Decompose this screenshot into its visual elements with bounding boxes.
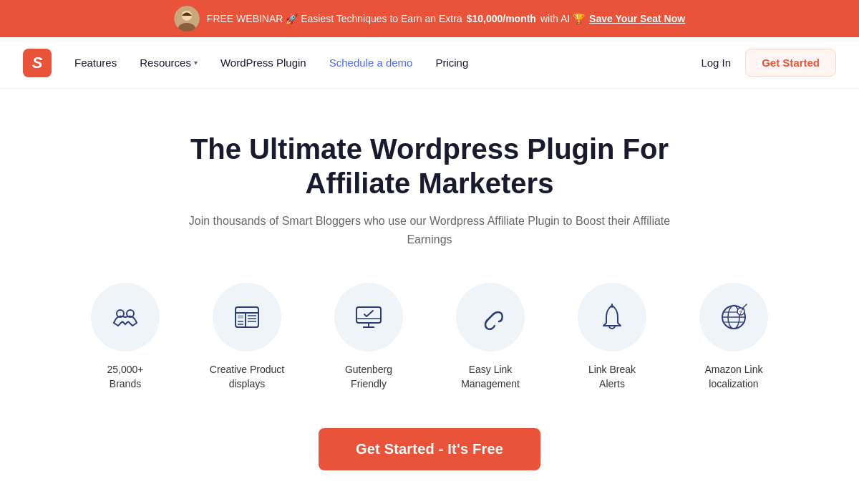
- feature-amazon-link: ? Amazon Linklocalization: [680, 283, 787, 391]
- cta-section: Get Started - It's Free: [29, 428, 830, 470]
- nav-links: Features Resources ▾ WordPress Plugin Sc…: [74, 57, 701, 69]
- layout-icon: [231, 301, 263, 333]
- features-row: 25,000+Brands Creative Productdisplays: [29, 283, 830, 391]
- monitor-icon: [353, 301, 384, 333]
- nav-actions: Log In Get Started: [701, 49, 836, 77]
- svg-line-19: [487, 314, 494, 321]
- feature-brands-label: 25,000+Brands: [107, 363, 144, 391]
- bell-icon: [596, 301, 628, 333]
- feature-link-break: Link BreakAlerts: [558, 283, 666, 391]
- feature-link-management-label: Easy LinkManagement: [461, 363, 520, 391]
- globe-icon: ?: [718, 301, 749, 333]
- nav-item-pricing[interactable]: Pricing: [435, 57, 468, 69]
- feature-gutenberg: GutenbergFriendly: [315, 283, 422, 391]
- hero-subtitle: Join thousands of Smart Bloggers who use…: [186, 212, 673, 248]
- banner-text: FREE WEBINAR 🚀 Easiest Techniques to Ear…: [207, 13, 685, 24]
- hero-title: The Ultimate Wordpress Plugin For Affili…: [136, 132, 723, 200]
- feature-icon-brands-circle: [91, 283, 160, 352]
- login-button[interactable]: Log In: [701, 57, 731, 69]
- nav-item-wordpress-plugin[interactable]: WordPress Plugin: [220, 57, 306, 69]
- feature-product-displays-label: Creative Productdisplays: [210, 363, 284, 391]
- link-icon: [475, 301, 506, 333]
- feature-icon-bell-circle: [578, 283, 646, 352]
- nav-item-resources[interactable]: Resources ▾: [140, 57, 198, 69]
- feature-icon-globe-circle: ?: [699, 283, 768, 352]
- banner-prefix: FREE WEBINAR 🚀 Easiest Techniques to Ear…: [207, 13, 462, 24]
- banner-suffix: with AI 🏆: [540, 13, 585, 24]
- feature-icon-gutenberg-circle: [334, 283, 403, 352]
- svg-rect-9: [238, 315, 243, 319]
- get-started-cta-button[interactable]: Get Started - It's Free: [319, 428, 540, 470]
- feature-link-management: Easy LinkManagement: [437, 283, 544, 391]
- get-started-nav-button[interactable]: Get Started: [745, 49, 836, 77]
- feature-brands: 25,000+Brands: [72, 283, 179, 391]
- feature-gutenberg-label: GutenbergFriendly: [345, 363, 392, 391]
- navbar: S Features Resources ▾ WordPress Plugin …: [0, 37, 859, 89]
- feature-icon-product-displays-circle: [213, 283, 281, 352]
- chevron-down-icon: ▾: [194, 59, 198, 67]
- top-banner: FREE WEBINAR 🚀 Easiest Techniques to Ear…: [0, 0, 859, 37]
- feature-amazon-link-label: Amazon Linklocalization: [705, 363, 763, 391]
- hero-section: The Ultimate Wordpress Plugin For Affili…: [0, 89, 859, 504]
- feature-link-break-label: Link BreakAlerts: [588, 363, 636, 391]
- feature-icon-link-circle: [456, 283, 525, 352]
- banner-cta-link[interactable]: Save Your Seat Now: [589, 13, 685, 24]
- banner-avatar: [174, 6, 200, 32]
- nav-item-schedule-demo[interactable]: Schedule a demo: [329, 57, 413, 69]
- svg-text:?: ?: [739, 310, 742, 315]
- handshake-icon: [110, 301, 141, 333]
- site-logo[interactable]: S: [23, 49, 52, 77]
- nav-item-features[interactable]: Features: [74, 57, 117, 69]
- logo-letter: S: [32, 54, 43, 72]
- banner-amount: $10,000/month: [467, 13, 536, 24]
- feature-product-displays: Creative Productdisplays: [193, 283, 301, 391]
